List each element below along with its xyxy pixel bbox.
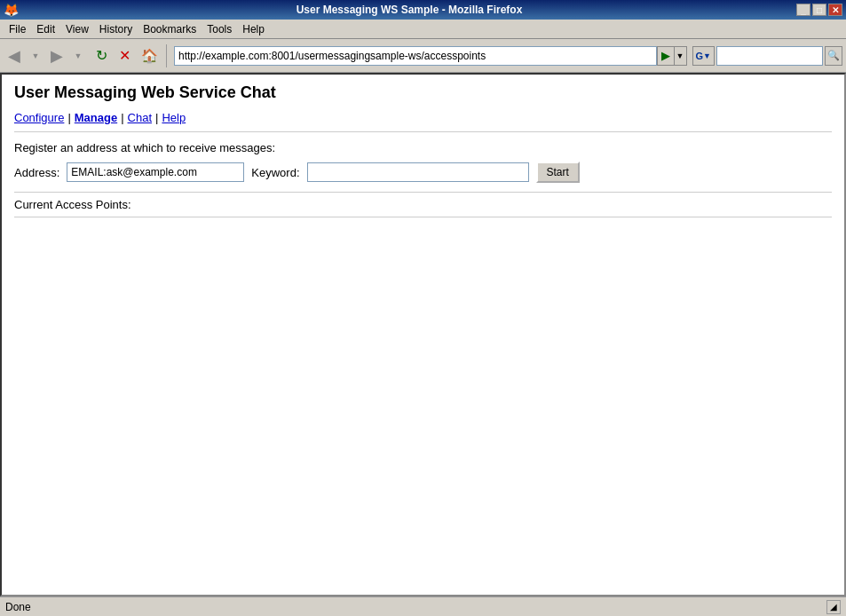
divider-3	[14, 217, 832, 217]
start-button[interactable]: Start	[536, 162, 580, 183]
address-input[interactable]	[174, 46, 657, 66]
forward-button[interactable]: ▶	[46, 43, 67, 69]
access-points-title: Current Access Points:	[14, 198, 832, 211]
title-bar: 🦊 User Messaging WS Sample - Mozilla Fir…	[0, 0, 846, 20]
keyword-field[interactable]	[307, 162, 529, 182]
address-bar-area: ▶ ▼	[174, 44, 687, 67]
search-engine-label: G	[696, 51, 704, 61]
menu-bar: File Edit View History Bookmarks Tools H…	[0, 20, 846, 39]
window-icon: 🦊	[4, 3, 19, 17]
back-button[interactable]: ◀	[4, 43, 25, 69]
go-dropdown[interactable]: ▼	[675, 46, 687, 66]
address-label: Address:	[14, 166, 59, 179]
search-button[interactable]: 🔍	[825, 46, 842, 66]
nav-sep-2: |	[121, 111, 123, 124]
back-dropdown[interactable]: ▼	[25, 43, 46, 69]
address-field[interactable]	[67, 162, 244, 182]
page-title: User Messaging Web Service Chat	[14, 83, 832, 102]
close-button[interactable]: ✕	[828, 4, 842, 16]
nav-configure[interactable]: Configure	[14, 111, 64, 124]
menu-help[interactable]: Help	[237, 21, 270, 37]
menu-bookmarks[interactable]: Bookmarks	[138, 21, 202, 37]
divider-2	[14, 192, 832, 193]
register-text: Register an address at which to receive …	[14, 141, 832, 154]
forward-dropdown[interactable]: ▼	[67, 43, 89, 69]
status-icon: ◢	[826, 600, 841, 614]
page-content: User Messaging Web Service Chat Configur…	[2, 75, 844, 595]
status-text: Done	[5, 601, 826, 613]
reload-button[interactable]: ↻	[91, 43, 112, 69]
nav-group: ◀ ▼ ▶ ▼	[4, 43, 89, 69]
minimize-button[interactable]: _	[796, 4, 810, 16]
stop-button[interactable]: ✕	[114, 43, 135, 69]
nav-chat[interactable]: Chat	[128, 111, 152, 124]
toolbar-separator	[166, 44, 167, 67]
search-area: G ▼ 🔍	[692, 46, 842, 66]
form-row: Address: Keyword: Start	[14, 162, 832, 183]
page-nav: Configure | Manage | Chat | Help	[14, 111, 832, 124]
search-engine-button[interactable]: G ▼	[692, 46, 715, 66]
nav-manage[interactable]: Manage	[75, 111, 117, 124]
browser-frame: User Messaging Web Service Chat Configur…	[0, 73, 846, 596]
menu-tools[interactable]: Tools	[202, 21, 237, 37]
toolbar: ◀ ▼ ▶ ▼ ↻ ✕ 🏠 ▶ ▼ G ▼ 🔍	[0, 39, 846, 73]
home-button[interactable]: 🏠	[137, 43, 162, 69]
window-controls: _ □ ✕	[796, 4, 842, 16]
nav-sep-1: |	[67, 111, 70, 124]
menu-history[interactable]: History	[94, 21, 138, 37]
menu-file[interactable]: File	[4, 21, 31, 37]
status-bar: Done ◢	[0, 596, 846, 616]
maximize-button[interactable]: □	[812, 4, 826, 16]
search-input[interactable]	[716, 46, 823, 66]
window-title: User Messaging WS Sample - Mozilla Firef…	[22, 4, 796, 16]
go-button[interactable]: ▶	[657, 46, 675, 66]
menu-view[interactable]: View	[60, 21, 94, 37]
search-engine-dropdown-icon: ▼	[703, 51, 711, 60]
divider-1	[14, 131, 832, 132]
keyword-label: Keyword:	[251, 166, 299, 179]
nav-sep-3: |	[155, 111, 158, 124]
menu-edit[interactable]: Edit	[31, 21, 60, 37]
nav-help[interactable]: Help	[162, 111, 186, 124]
